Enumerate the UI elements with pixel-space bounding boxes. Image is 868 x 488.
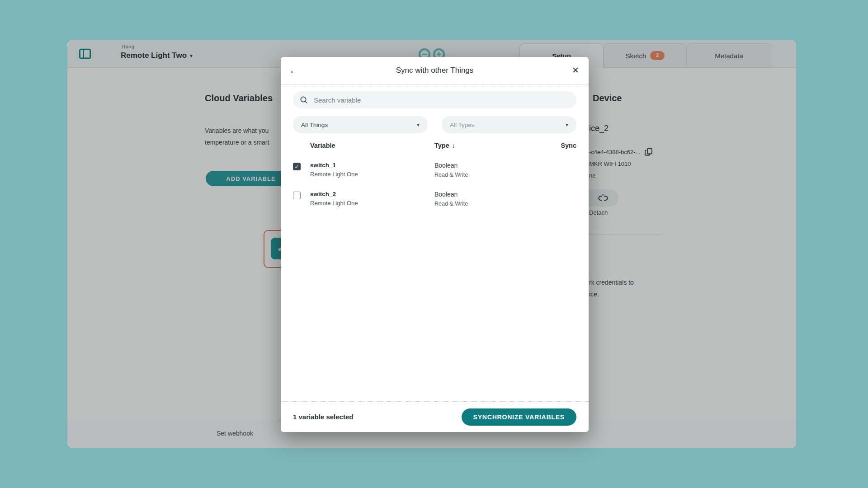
- variable-list: ✓ switch_1 Remote Light One Boolean Read…: [281, 158, 589, 401]
- types-filter-dropdown[interactable]: All Types ▼: [442, 116, 576, 133]
- variable-cell: switch_2 Remote Light One: [310, 191, 434, 206]
- chevron-down-icon: ▼: [565, 122, 569, 127]
- synchronize-variables-button[interactable]: SYNCHRONIZE VARIABLES: [462, 408, 576, 426]
- chevron-down-icon: ▼: [416, 122, 420, 127]
- variable-thing: Remote Light One: [310, 200, 434, 206]
- variable-thing: Remote Light One: [310, 171, 434, 178]
- modal-title: Sync with other Things: [281, 57, 589, 84]
- variable-type: Boolean: [434, 191, 553, 198]
- row-checkbox[interactable]: ✓: [293, 163, 301, 170]
- type-cell: Boolean Read & Write: [434, 191, 553, 207]
- modal-footer: 1 variable selected SYNCHRONIZE VARIABLE…: [281, 401, 589, 432]
- variable-permission: Read & Write: [434, 201, 553, 207]
- type-cell: Boolean Read & Write: [434, 162, 553, 178]
- table-header-row: Variable Type ↓ Sync: [293, 142, 576, 149]
- column-header-variable: Variable: [310, 142, 434, 149]
- variable-permission: Read & Write: [434, 172, 553, 178]
- sort-down-icon: ↓: [452, 142, 455, 149]
- type-label: Type: [434, 142, 449, 149]
- table-row[interactable]: ✓ switch_2 Remote Light One Boolean Read…: [293, 187, 576, 211]
- table-row[interactable]: ✓ switch_1 Remote Light One Boolean Read…: [293, 158, 576, 182]
- types-filter-value: All Types: [450, 122, 475, 128]
- desktop-background: Thing Remote Light Two ▾ Setup: [0, 0, 868, 488]
- things-filter-value: All Things: [301, 122, 328, 128]
- sync-modal: ← Sync with other Things ✕ All Things ▼: [281, 57, 589, 432]
- variable-name: switch_1: [310, 162, 434, 169]
- modal-header: ← Sync with other Things ✕: [281, 57, 589, 84]
- variable-type: Boolean: [434, 162, 553, 169]
- variable-search: [293, 91, 576, 108]
- check-icon: ✓: [294, 164, 299, 169]
- search-input[interactable]: [313, 96, 570, 104]
- variable-cell: switch_1 Remote Light One: [310, 162, 434, 178]
- close-icon: ✕: [572, 66, 579, 75]
- search-icon: [300, 96, 308, 104]
- variable-name: switch_2: [310, 191, 434, 197]
- filters-row: All Things ▼ All Types ▼: [293, 116, 576, 133]
- close-button[interactable]: ✕: [568, 63, 583, 78]
- column-header-sync: Sync: [553, 142, 576, 149]
- things-filter-dropdown[interactable]: All Things ▼: [293, 116, 428, 133]
- column-header-type[interactable]: Type ↓: [434, 142, 553, 149]
- row-checkbox[interactable]: ✓: [293, 192, 301, 199]
- selection-count: 1 variable selected: [293, 413, 353, 421]
